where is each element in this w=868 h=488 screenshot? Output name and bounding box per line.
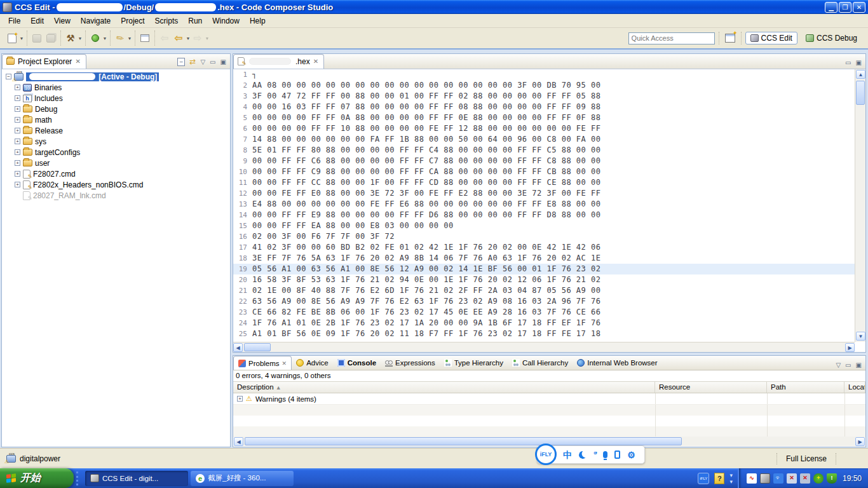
- tree-item-binaries[interactable]: + 10 Binaries: [13, 82, 230, 93]
- tree-item-includes[interactable]: + h Includes: [13, 93, 230, 104]
- expand-toggle-icon[interactable]: +: [15, 139, 20, 144]
- expand-toggle-icon[interactable]: +: [15, 117, 20, 123]
- tree-item-debug[interactable]: + Debug: [13, 104, 230, 114]
- close-icon[interactable]: ✕: [75, 58, 80, 65]
- quick-access-input[interactable]: [628, 32, 715, 44]
- build-dropdown-arrow[interactable]: ▼: [78, 31, 83, 45]
- close-window-button[interactable]: ✕: [853, 2, 865, 13]
- hex-editor-content[interactable]: 1┐2AA 08 00 00 00 00 00 00 00 00 00 00 0…: [233, 69, 855, 342]
- menu-help[interactable]: Help: [245, 15, 270, 27]
- hex-line[interactable]: 1000 00 FF FF C9 88 00 00 00 00 FF FF CA…: [233, 166, 855, 177]
- expand-toggle-icon[interactable]: +: [15, 85, 20, 90]
- punctuation-mode-icon[interactable]: °’: [593, 451, 596, 459]
- menu-file[interactable]: File: [4, 15, 25, 27]
- open-element-button[interactable]: [138, 31, 152, 45]
- collapse-toggle-icon[interactable]: −: [6, 74, 11, 79]
- hex-line[interactable]: 13E4 88 00 00 00 00 00 00 FE FF E6 88 00…: [233, 199, 855, 210]
- hex-line[interactable]: 500 00 00 00 FF FF 0A 88 00 00 00 00 FF …: [233, 112, 855, 123]
- tab-hex-file[interactable]: .hex ✕: [233, 54, 324, 69]
- tab-expressions[interactable]: Expressions: [381, 356, 440, 370]
- menu-project[interactable]: Project: [116, 15, 149, 27]
- menu-scripts[interactable]: Scripts: [151, 15, 183, 27]
- hex-line[interactable]: 900 00 FF FF C6 88 00 00 00 00 FF FF C7 …: [233, 156, 855, 166]
- minimize-panel-icon[interactable]: ▭: [845, 59, 851, 66]
- expand-toggle-icon[interactable]: +: [15, 182, 20, 187]
- taskbar-item-ccs[interactable]: CCS Edit - digit...: [85, 471, 188, 486]
- ifly-tray-icon[interactable]: iFLY: [698, 473, 709, 484]
- hex-line[interactable]: 2016 58 3F 8F 53 63 1F 76 21 02 94 0E 00…: [233, 274, 855, 285]
- hex-line[interactable]: 1200 00 FE FF E0 88 00 00 3E 72 3F 00 FE…: [233, 188, 855, 199]
- column-resource[interactable]: Resource: [655, 382, 767, 393]
- tray-volume-muted-icon[interactable]: ✕: [787, 473, 797, 484]
- back-dropdown-arrow[interactable]: ▼: [186, 31, 191, 45]
- build-button[interactable]: ⚒: [64, 31, 78, 45]
- scroll-right-arrow[interactable]: ▶: [855, 437, 865, 446]
- column-description[interactable]: Description ▲: [233, 382, 655, 393]
- view-menu-icon[interactable]: ▽: [200, 58, 205, 65]
- minimize-window-button[interactable]: ▁: [825, 2, 837, 13]
- hex-line[interactable]: 2102 1E 00 8F 40 88 7F 76 E2 6D 1F 76 21…: [233, 285, 855, 296]
- scroll-up-arrow[interactable]: ▲: [856, 70, 865, 79]
- hex-line[interactable]: 183E FF 7F 76 5A 63 1F 76 20 02 A9 8B 14…: [233, 253, 855, 264]
- minimize-panel-icon[interactable]: ▭: [845, 362, 851, 369]
- debug-button[interactable]: [88, 31, 102, 45]
- hex-line[interactable]: 1100 00 FF FF CC 88 00 00 1F 00 FF FF CD…: [233, 177, 855, 188]
- scroll-left-arrow[interactable]: ◀: [233, 343, 243, 352]
- menu-navigate[interactable]: Navigate: [76, 15, 115, 27]
- collapse-all-icon[interactable]: −: [177, 58, 185, 66]
- expand-toggle-icon[interactable]: +: [237, 396, 243, 402]
- save-all-button[interactable]: [44, 31, 58, 45]
- hex-line[interactable]: 714 88 00 00 00 00 00 00 FA FF 1B 88 00 …: [233, 134, 855, 145]
- language-bar-options-icon[interactable]: ▾▾: [729, 472, 733, 485]
- perspective-ccs-debug-button[interactable]: CCS Debug: [801, 32, 862, 44]
- tab-call-hierarchy[interactable]: Call Hierarchy: [508, 356, 573, 370]
- flash-dropdown-arrow[interactable]: ▼: [127, 31, 132, 45]
- menu-window[interactable]: Window: [208, 15, 244, 27]
- maximize-panel-icon[interactable]: ▣: [856, 59, 862, 66]
- hex-line[interactable]: 33F 00 47 72 FF FF 00 88 00 00 01 00 FF …: [233, 91, 855, 102]
- hex-line[interactable]: 241F 76 A1 01 0E 2B 1F 76 23 02 17 1A 20…: [233, 318, 855, 329]
- tab-advice[interactable]: Advice: [292, 356, 333, 370]
- horizontal-scroll-thumb[interactable]: [245, 437, 682, 445]
- last-edit-location-button[interactable]: ⇦: [158, 31, 172, 45]
- editor-horizontal-scrollbar[interactable]: ◀ ▶: [233, 342, 855, 352]
- ime-chinese-mode-button[interactable]: 中: [563, 451, 572, 459]
- scroll-down-arrow[interactable]: ▼: [856, 332, 865, 341]
- hex-line[interactable]: 25A1 01 BF 56 0E 09 1F 76 20 02 11 18 F7…: [233, 329, 855, 339]
- expand-toggle-icon[interactable]: +: [15, 149, 20, 155]
- menu-run[interactable]: Run: [184, 15, 207, 27]
- expand-toggle-icon[interactable]: +: [15, 106, 20, 112]
- back-button[interactable]: ⇦: [172, 31, 186, 45]
- tray-360-safe-icon[interactable]: +: [813, 473, 824, 484]
- tray-no-network-icon[interactable]: ✕: [800, 473, 810, 484]
- forward-dropdown-arrow[interactable]: ▼: [205, 31, 210, 45]
- start-button[interactable]: 开始: [0, 468, 74, 488]
- maximize-panel-icon[interactable]: ▣: [220, 58, 226, 65]
- warnings-group-row[interactable]: + ⚠ Warnings (4 items): [233, 393, 865, 405]
- phone-input-icon[interactable]: [614, 451, 620, 459]
- perspective-ccs-edit-button[interactable]: CCS Edit: [745, 32, 797, 44]
- tab-console[interactable]: Console: [333, 356, 381, 370]
- scroll-right-arrow[interactable]: ▶: [845, 343, 855, 352]
- editor-vertical-scrollbar[interactable]: ▲ ▼: [855, 69, 865, 342]
- ime-settings-gear-icon[interactable]: ⚙: [627, 451, 635, 459]
- tray-red-swoosh-icon[interactable]: ∿: [747, 473, 757, 484]
- tab-problems[interactable]: Problems ✕: [233, 356, 292, 370]
- open-perspective-button[interactable]: [723, 31, 737, 45]
- expand-toggle-icon[interactable]: +: [15, 95, 20, 101]
- hex-line[interactable]: 2AA 08 00 00 00 00 00 00 00 00 00 00 00 …: [233, 80, 855, 91]
- hex-line[interactable]: 1┐: [233, 69, 855, 80]
- tree-item-f2802x-headers-cmd[interactable]: + F2802x_Headers_nonBIOS.cmd: [13, 179, 230, 190]
- tree-item-user[interactable]: + user: [13, 158, 230, 168]
- close-icon[interactable]: ✕: [282, 360, 287, 367]
- expand-toggle-icon[interactable]: +: [15, 128, 20, 133]
- tree-item-targetconfigs[interactable]: + targetConfigs: [13, 147, 230, 158]
- expand-toggle-icon[interactable]: +: [15, 171, 20, 177]
- column-location[interactable]: Location: [844, 382, 865, 393]
- hex-line[interactable]: 1741 02 3F 00 00 60 BD B2 02 FE 01 02 42…: [233, 242, 855, 253]
- horizontal-scroll-thumb[interactable]: [244, 343, 271, 351]
- hex-line[interactable]: 2263 56 A9 00 8E 56 A9 A9 7F 76 E2 63 1F…: [233, 296, 855, 307]
- hex-line[interactable]: 600 00 00 00 FF FF 10 88 00 00 00 00 FE …: [233, 123, 855, 134]
- menu-view[interactable]: View: [50, 15, 75, 27]
- hex-line[interactable]: 23CE 66 82 FE BE 8B 06 00 1F 76 23 02 17…: [233, 307, 855, 318]
